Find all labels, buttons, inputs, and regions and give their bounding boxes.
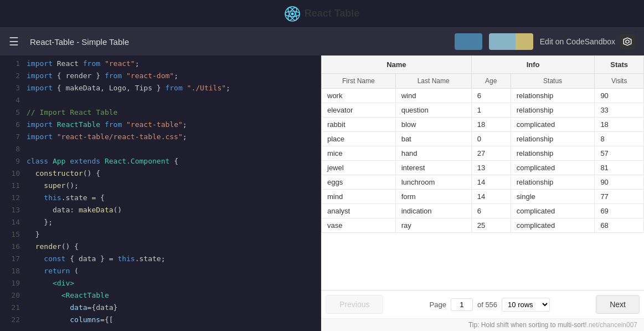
- table-cell: question: [395, 103, 471, 118]
- table-cell: 18: [471, 118, 511, 132]
- table-cell: mind: [322, 190, 396, 204]
- code-panel: 1 import React from "react"; 2 import { …: [0, 55, 321, 331]
- line-num: 1: [4, 58, 20, 70]
- code-line-19: 19 <div>: [0, 277, 321, 289]
- code-line-21: 21 data={data}: [0, 302, 321, 314]
- line-num: 5: [4, 106, 20, 119]
- code-content: return (: [27, 265, 79, 277]
- table-cell: work: [322, 89, 396, 103]
- table-cell: 33: [595, 103, 644, 118]
- code-line-22: 22 columns={[: [0, 314, 321, 326]
- line-num: 13: [4, 204, 20, 216]
- data-table: Name Info Stats First Name Last Name Age…: [321, 55, 644, 233]
- line-num: 7: [4, 131, 20, 143]
- color-btn-lightblue[interactable]: [489, 33, 533, 50]
- code-content: <ReactTable: [27, 289, 109, 302]
- code-content: super();: [27, 180, 79, 192]
- table-cell: ray: [395, 218, 471, 233]
- codesandbox-icon: [620, 34, 635, 49]
- col-firstname[interactable]: First Name: [322, 74, 396, 89]
- rows-per-page-select[interactable]: 10 rows 20 rows 25 rows 50 rows 100 rows: [502, 298, 550, 312]
- page-info: Page of 556 10 rows 20 rows 25 rows 50 r…: [430, 298, 550, 312]
- code-line-9: 9 class App extends React.Component {: [0, 155, 321, 167]
- line-num: 19: [4, 277, 20, 289]
- group-info[interactable]: Info: [471, 56, 595, 74]
- page-number-input[interactable]: [451, 298, 473, 311]
- table-row: jewelinterest13complicated81: [322, 161, 644, 175]
- table-body: workwind6relationship90elevatorquestion1…: [322, 89, 644, 233]
- code-line-20: 20 <ReactTable: [0, 289, 321, 302]
- code-content: import React from "react";: [27, 58, 140, 70]
- group-stats[interactable]: Stats: [595, 56, 644, 74]
- line-num: 12: [4, 192, 20, 204]
- code-content: // Import React Table: [27, 106, 117, 119]
- header-group-row: Name Info Stats: [322, 56, 644, 74]
- line-num: 20: [4, 289, 20, 302]
- table-cell: complicated: [511, 218, 595, 233]
- top-nav-title: React Table: [305, 8, 360, 19]
- pagination: Previous Page of 556 10 rows 20 rows 25 …: [321, 290, 644, 318]
- table-cell: 90: [595, 175, 644, 190]
- code-line-16: 16 render() {: [0, 241, 321, 253]
- code-line-10: 10 constructor() {: [0, 167, 321, 180]
- code-content: this.state = {: [27, 192, 105, 204]
- table-cell: complicated: [511, 161, 595, 175]
- table-cell: interest: [395, 161, 471, 175]
- table-cell: 1: [471, 103, 511, 118]
- table-cell: 27: [471, 146, 511, 161]
- col-status[interactable]: Status: [511, 74, 595, 89]
- page-label: Page: [430, 301, 446, 309]
- previous-button[interactable]: Previous: [326, 295, 383, 314]
- table-cell: relationship: [511, 103, 595, 118]
- line-num: 17: [4, 253, 20, 265]
- line-num: 10: [4, 167, 20, 180]
- table-cell: relationship: [511, 89, 595, 103]
- next-button[interactable]: Next: [596, 295, 640, 314]
- line-num: 2: [4, 70, 20, 82]
- line-num: 18: [4, 265, 20, 277]
- table-cell: jewel: [322, 161, 396, 175]
- table-row: placebat0relationship8: [322, 132, 644, 146]
- group-name[interactable]: Name: [322, 56, 472, 74]
- code-content: const { data } = this.state;: [27, 253, 165, 265]
- col-lastname[interactable]: Last Name: [395, 74, 471, 89]
- table-cell: place: [322, 132, 396, 146]
- table-panel: Name Info Stats First Name Last Name Age…: [321, 55, 644, 331]
- table-cell: complicated: [511, 204, 595, 218]
- line-num: 9: [4, 155, 20, 167]
- table-row: workwind6relationship90: [322, 89, 644, 103]
- col-age[interactable]: Age: [471, 74, 511, 89]
- col-visits[interactable]: Visits: [595, 74, 644, 89]
- table-cell: 68: [595, 218, 644, 233]
- table-cell: 81: [595, 161, 644, 175]
- code-content: data: makeData(): [27, 204, 122, 216]
- table-cell: 0: [471, 132, 511, 146]
- code-line-13: 13 data: makeData(): [0, 204, 321, 216]
- codesandbox-link[interactable]: Edit on CodeSandbox: [540, 34, 635, 49]
- code-line-12: 12 this.state = {: [0, 192, 321, 204]
- second-bar: ☰ React-Table - Simple Table Edit on Cod…: [0, 28, 644, 55]
- line-num: 6: [4, 119, 20, 131]
- code-content: import { render } from "react-dom";: [27, 70, 178, 82]
- code-content: constructor() {: [27, 167, 100, 180]
- table-cell: form: [395, 190, 471, 204]
- table-cell: 6: [471, 204, 511, 218]
- table-row: micehand27relationship57: [322, 146, 644, 161]
- code-content: class App extends React.Component {: [27, 155, 178, 167]
- code-line-3: 3 import { makeData, Logo, Tips } from "…: [0, 82, 321, 94]
- table-cell: indication: [395, 204, 471, 218]
- line-num: 15: [4, 228, 20, 241]
- line-num: 16: [4, 241, 20, 253]
- color-btn-blue[interactable]: [455, 33, 482, 50]
- codesandbox-label: Edit on CodeSandbox: [540, 37, 615, 46]
- header-row: First Name Last Name Age Status Visits: [322, 74, 644, 89]
- line-num: 4: [4, 94, 20, 106]
- code-line-8: 8: [0, 143, 321, 155]
- code-content: columns={[: [27, 314, 114, 326]
- table-cell: relationship: [511, 146, 595, 161]
- table-cell: complicated: [511, 118, 595, 132]
- of-label: of 556: [477, 301, 497, 309]
- top-nav: React Table: [0, 0, 644, 28]
- hamburger-icon[interactable]: ☰: [9, 35, 19, 48]
- table-cell: 18: [595, 118, 644, 132]
